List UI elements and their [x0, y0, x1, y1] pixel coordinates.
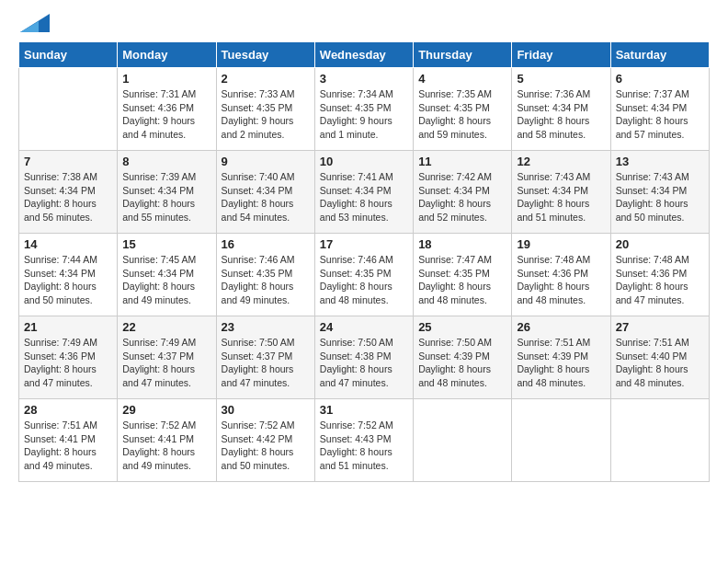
day-number: 28: [24, 403, 112, 417]
day-info: Sunrise: 7:43 AMSunset: 4:34 PMDaylight:…: [616, 170, 704, 224]
day-of-week-header: Friday: [512, 42, 610, 68]
day-number: 2: [222, 72, 310, 86]
day-number: 21: [24, 320, 112, 334]
calendar-cell: [19, 68, 118, 151]
day-number: 6: [616, 72, 704, 86]
day-number: 13: [616, 155, 704, 168]
day-info: Sunrise: 7:50 AMSunset: 4:38 PMDaylight:…: [320, 336, 408, 390]
calendar-cell: 22 Sunrise: 7:49 AMSunset: 4:37 PMDaylig…: [118, 316, 216, 399]
day-number: 7: [24, 155, 112, 168]
day-info: Sunrise: 7:41 AMSunset: 4:34 PMDaylight:…: [320, 170, 408, 224]
calendar-week-row: 21 Sunrise: 7:49 AMSunset: 4:36 PMDaylig…: [19, 316, 710, 399]
day-of-week-header: Tuesday: [216, 42, 314, 68]
calendar-cell: 10 Sunrise: 7:41 AMSunset: 4:34 PMDaylig…: [314, 151, 413, 234]
calendar-cell: [610, 399, 709, 482]
day-info: Sunrise: 7:40 AMSunset: 4:34 PMDaylight:…: [222, 170, 310, 224]
day-number: 18: [418, 237, 506, 251]
day-info: Sunrise: 7:43 AMSunset: 4:34 PMDaylight:…: [517, 170, 605, 224]
calendar-cell: 1 Sunrise: 7:31 AMSunset: 4:36 PMDayligh…: [118, 68, 216, 151]
day-info: Sunrise: 7:33 AMSunset: 4:35 PMDaylight:…: [222, 87, 310, 142]
logo-icon: [20, 14, 50, 32]
day-of-week-header: Wednesday: [314, 42, 413, 68]
day-of-week-header: Sunday: [19, 42, 118, 68]
day-number: 5: [517, 72, 605, 86]
calendar-cell: 21 Sunrise: 7:49 AMSunset: 4:36 PMDaylig…: [19, 316, 118, 399]
calendar-table: SundayMondayTuesdayWednesdayThursdayFrid…: [18, 41, 710, 482]
day-info: Sunrise: 7:37 AMSunset: 4:34 PMDaylight:…: [616, 87, 704, 142]
calendar-cell: 9 Sunrise: 7:40 AMSunset: 4:34 PMDayligh…: [216, 151, 314, 234]
day-info: Sunrise: 7:49 AMSunset: 4:37 PMDaylight:…: [122, 336, 210, 390]
day-number: 12: [517, 155, 605, 168]
logo: [18, 18, 50, 32]
calendar-cell: 16 Sunrise: 7:46 AMSunset: 4:35 PMDaylig…: [216, 234, 314, 316]
calendar-cell: 28 Sunrise: 7:51 AMSunset: 4:41 PMDaylig…: [19, 399, 118, 482]
day-info: Sunrise: 7:44 AMSunset: 4:34 PMDaylight:…: [24, 253, 112, 307]
calendar-cell: [512, 399, 610, 482]
day-info: Sunrise: 7:46 AMSunset: 4:35 PMDaylight:…: [222, 253, 310, 307]
day-number: 27: [616, 320, 704, 334]
calendar-week-row: 1 Sunrise: 7:31 AMSunset: 4:36 PMDayligh…: [19, 68, 710, 151]
day-info: Sunrise: 7:42 AMSunset: 4:34 PMDaylight:…: [418, 170, 506, 224]
day-info: Sunrise: 7:36 AMSunset: 4:34 PMDaylight:…: [517, 87, 605, 142]
day-info: Sunrise: 7:47 AMSunset: 4:35 PMDaylight:…: [418, 253, 506, 307]
day-of-week-header: Thursday: [414, 42, 512, 68]
day-number: 22: [122, 320, 210, 334]
calendar-cell: 15 Sunrise: 7:45 AMSunset: 4:34 PMDaylig…: [118, 234, 216, 316]
calendar-cell: 31 Sunrise: 7:52 AMSunset: 4:43 PMDaylig…: [314, 399, 413, 482]
calendar-week-row: 7 Sunrise: 7:38 AMSunset: 4:34 PMDayligh…: [19, 151, 710, 234]
calendar-cell: 3 Sunrise: 7:34 AMSunset: 4:35 PMDayligh…: [314, 68, 413, 151]
day-number: 10: [320, 155, 408, 168]
day-number: 1: [122, 72, 210, 86]
day-info: Sunrise: 7:51 AMSunset: 4:40 PMDaylight:…: [616, 336, 704, 390]
calendar-cell: 14 Sunrise: 7:44 AMSunset: 4:34 PMDaylig…: [19, 234, 118, 316]
calendar-cell: 20 Sunrise: 7:48 AMSunset: 4:36 PMDaylig…: [610, 234, 709, 316]
calendar-cell: 12 Sunrise: 7:43 AMSunset: 4:34 PMDaylig…: [512, 151, 610, 234]
calendar-cell: 19 Sunrise: 7:48 AMSunset: 4:36 PMDaylig…: [512, 234, 610, 316]
calendar-cell: 26 Sunrise: 7:51 AMSunset: 4:39 PMDaylig…: [512, 316, 610, 399]
calendar-week-row: 14 Sunrise: 7:44 AMSunset: 4:34 PMDaylig…: [19, 234, 710, 316]
day-number: 4: [418, 72, 506, 86]
calendar-cell: 25 Sunrise: 7:50 AMSunset: 4:39 PMDaylig…: [414, 316, 512, 399]
calendar-header-row: SundayMondayTuesdayWednesdayThursdayFrid…: [19, 42, 710, 68]
day-number: 30: [222, 403, 310, 417]
day-number: 16: [222, 237, 310, 251]
day-info: Sunrise: 7:39 AMSunset: 4:34 PMDaylight:…: [122, 170, 210, 224]
day-number: 8: [122, 155, 210, 168]
calendar-cell: 27 Sunrise: 7:51 AMSunset: 4:40 PMDaylig…: [610, 316, 709, 399]
calendar-cell: 7 Sunrise: 7:38 AMSunset: 4:34 PMDayligh…: [19, 151, 118, 234]
day-number: 19: [517, 237, 605, 251]
day-info: Sunrise: 7:52 AMSunset: 4:41 PMDaylight:…: [122, 419, 210, 473]
day-of-week-header: Saturday: [610, 42, 709, 68]
day-number: 20: [616, 237, 704, 251]
day-info: Sunrise: 7:45 AMSunset: 4:34 PMDaylight:…: [122, 253, 210, 307]
day-number: 17: [320, 237, 408, 251]
day-info: Sunrise: 7:34 AMSunset: 4:35 PMDaylight:…: [320, 87, 408, 142]
day-number: 11: [418, 155, 506, 168]
calendar-cell: 29 Sunrise: 7:52 AMSunset: 4:41 PMDaylig…: [118, 399, 216, 482]
day-info: Sunrise: 7:38 AMSunset: 4:34 PMDaylight:…: [24, 170, 112, 224]
day-number: 25: [418, 320, 506, 334]
day-number: 31: [320, 403, 408, 417]
calendar-cell: 23 Sunrise: 7:50 AMSunset: 4:37 PMDaylig…: [216, 316, 314, 399]
page-header: [18, 18, 710, 32]
calendar-cell: 6 Sunrise: 7:37 AMSunset: 4:34 PMDayligh…: [610, 68, 709, 151]
day-number: 29: [122, 403, 210, 417]
day-number: 23: [222, 320, 310, 334]
calendar-cell: 8 Sunrise: 7:39 AMSunset: 4:34 PMDayligh…: [118, 151, 216, 234]
day-number: 9: [222, 155, 310, 168]
day-info: Sunrise: 7:35 AMSunset: 4:35 PMDaylight:…: [418, 87, 506, 142]
calendar-cell: 17 Sunrise: 7:46 AMSunset: 4:35 PMDaylig…: [314, 234, 413, 316]
day-number: 14: [24, 237, 112, 251]
calendar-cell: 2 Sunrise: 7:33 AMSunset: 4:35 PMDayligh…: [216, 68, 314, 151]
day-number: 24: [320, 320, 408, 334]
day-info: Sunrise: 7:51 AMSunset: 4:39 PMDaylight:…: [517, 336, 605, 390]
day-info: Sunrise: 7:48 AMSunset: 4:36 PMDaylight:…: [616, 253, 704, 307]
calendar-cell: 11 Sunrise: 7:42 AMSunset: 4:34 PMDaylig…: [414, 151, 512, 234]
day-info: Sunrise: 7:51 AMSunset: 4:41 PMDaylight:…: [24, 419, 112, 473]
calendar-cell: 4 Sunrise: 7:35 AMSunset: 4:35 PMDayligh…: [414, 68, 512, 151]
day-number: 26: [517, 320, 605, 334]
day-of-week-header: Monday: [118, 42, 216, 68]
calendar-cell: 30 Sunrise: 7:52 AMSunset: 4:42 PMDaylig…: [216, 399, 314, 482]
day-info: Sunrise: 7:49 AMSunset: 4:36 PMDaylight:…: [24, 336, 112, 390]
calendar-cell: 5 Sunrise: 7:36 AMSunset: 4:34 PMDayligh…: [512, 68, 610, 151]
